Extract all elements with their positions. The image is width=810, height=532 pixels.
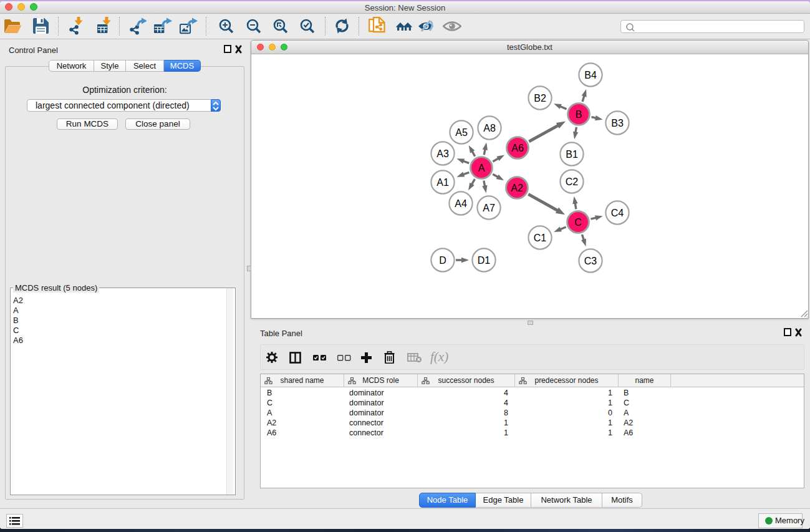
svg-text:A3: A3 [436, 148, 449, 159]
svg-text:D: D [439, 255, 446, 266]
svg-text:A5: A5 [455, 127, 468, 138]
svg-text:B2: B2 [534, 93, 546, 104]
svg-text:B: B [576, 109, 582, 120]
svg-text:C4: C4 [611, 208, 624, 218]
svg-text:D1: D1 [478, 255, 491, 266]
svg-text:A2: A2 [511, 183, 523, 193]
svg-text:C3: C3 [584, 256, 597, 266]
svg-text:A1: A1 [436, 177, 449, 188]
svg-text:B1: B1 [566, 149, 578, 160]
svg-text:A: A [478, 163, 485, 173]
svg-text:A4: A4 [455, 198, 467, 209]
svg-text:A7: A7 [483, 203, 495, 213]
svg-text:A8: A8 [483, 123, 496, 133]
svg-text:C2: C2 [566, 177, 579, 187]
svg-text:B3: B3 [611, 118, 624, 128]
svg-text:B4: B4 [584, 70, 597, 80]
svg-text:A6: A6 [511, 143, 524, 153]
svg-text:C1: C1 [534, 233, 547, 243]
svg-text:C: C [574, 217, 582, 228]
